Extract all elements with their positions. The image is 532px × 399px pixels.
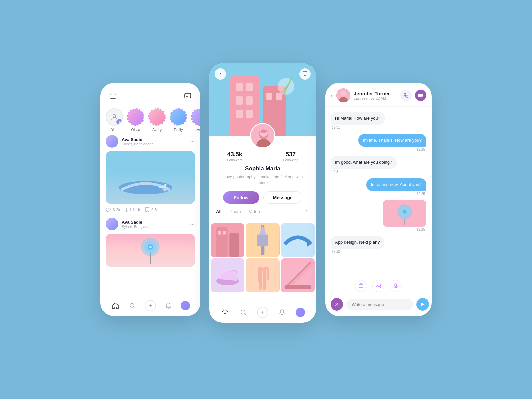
svg-rect-51 [418, 94, 422, 97]
chat-user-name: Jennifer Turner [354, 91, 397, 96]
profile-back-button[interactable]: ‹ [215, 68, 226, 80]
attachment-button[interactable] [355, 280, 367, 292]
grid-photo-5[interactable] [246, 258, 279, 292]
followers-count: 43.5k [227, 151, 242, 158]
profile-nav-home[interactable] [220, 308, 230, 317]
msg-received-3: App design. Next plan? 07:22 [331, 236, 426, 253]
chat-status: Last seen 07:22 AM [354, 96, 397, 100]
profile-nav-search[interactable] [239, 308, 248, 317]
stat-following: 537 Following [283, 151, 298, 162]
msg-received-1: Hi Maria! How are you? 12:31 [331, 112, 426, 129]
following-label: Following [283, 158, 298, 162]
story-you[interactable]: + You [106, 108, 123, 132]
profile-action-buttons: Follow Message [223, 191, 302, 204]
video-call-button[interactable] [415, 90, 426, 101]
like-button[interactable]: 6.2k [106, 208, 120, 212]
story-aur[interactable]: Aur [191, 108, 200, 132]
svg-rect-15 [236, 83, 243, 91]
svg-rect-2 [185, 93, 191, 98]
svg-rect-57 [359, 284, 363, 288]
nav-home[interactable] [111, 301, 120, 310]
svg-rect-60 [395, 284, 397, 287]
post-avatar-2 [106, 218, 118, 230]
post-image-2 [106, 234, 195, 267]
post-location-2: Sylhet, Bangladeah [122, 225, 187, 229]
save-button[interactable]: 3.5k [145, 207, 159, 212]
svg-rect-32 [229, 233, 239, 257]
grid-photo-6[interactable] [281, 258, 315, 292]
msg-bubble-2: Im fine, Thanks! How are you? [358, 134, 426, 147]
post-card-2: Ava Sadie Sylhet, Bangladeah ··· [106, 218, 195, 267]
msg-bubble-4: Im eating now. About you? [366, 178, 427, 191]
profile-nav-bell[interactable] [277, 308, 287, 317]
msg-sent-1: Im fine, Thanks! How are you? 12:25 [331, 134, 426, 151]
profile-tabs: All Photo Video ⋮ [209, 209, 316, 219]
chat-send-button[interactable] [416, 298, 429, 311]
post-more-2[interactable]: ··· [190, 221, 195, 228]
stat-followers: 43.5k Followers [227, 151, 243, 162]
svg-rect-17 [236, 96, 243, 105]
svg-point-47 [241, 310, 245, 314]
svg-rect-34 [223, 231, 226, 235]
grid-photo-4[interactable] [211, 258, 244, 292]
grid-photo-1[interactable] [211, 223, 244, 257]
msg-time-6: 07:22 [331, 250, 341, 253]
svg-point-3 [113, 114, 116, 117]
profile-nav: + [209, 302, 316, 323]
nav-profile[interactable] [181, 301, 190, 310]
msg-image-bubble [383, 200, 426, 227]
tab-video[interactable]: Video [249, 209, 260, 219]
message-button[interactable]: Message [263, 191, 302, 204]
msg-time-1: 12:31 [331, 126, 341, 129]
chat-input-row: ✕ [325, 295, 432, 316]
profile-nav-avatar[interactable] [296, 308, 305, 317]
message-icon[interactable] [182, 90, 194, 102]
svg-rect-39 [281, 223, 315, 257]
svg-point-12 [130, 303, 134, 307]
chat-header: ‹ Jennifer Turner Last seen 07:22 AM [325, 83, 432, 107]
chat-cancel-button[interactable]: ✕ [331, 298, 343, 311]
camera-icon[interactable] [107, 90, 119, 102]
story-emily[interactable]: Emily [170, 108, 187, 132]
tabs-more-icon[interactable]: ⋮ [303, 209, 309, 219]
svg-rect-20 [246, 110, 253, 118]
call-button[interactable] [400, 90, 412, 101]
chat-user-avatar [336, 88, 350, 102]
grid-photo-3[interactable] [281, 223, 315, 257]
msg-time-4: 12:25 [415, 192, 426, 196]
post-more-1[interactable]: ··· [190, 138, 195, 145]
svg-rect-23 [276, 93, 282, 100]
chat-message-input[interactable] [346, 299, 413, 310]
svg-point-55 [403, 210, 407, 214]
follow-button[interactable]: Follow [223, 191, 259, 204]
story-olivia[interactable]: Olivia [127, 108, 144, 132]
profile-nav-add[interactable]: + [257, 307, 268, 318]
profile-avatar [250, 123, 275, 148]
story-label-you: You [111, 128, 118, 132]
msg-bubble-3: Im good, what are you doing? [331, 156, 397, 169]
svg-point-49 [341, 91, 346, 96]
microphone-button[interactable] [390, 280, 402, 292]
image-button[interactable] [372, 280, 384, 292]
tab-photo[interactable]: Photo [230, 209, 241, 219]
profile-bookmark-button[interactable] [299, 68, 311, 80]
chat-user-info: Jennifer Turner Last seen 07:22 AM [354, 91, 397, 100]
post-card-1: Ava Sadie Sylhet, Bangladeah ··· [106, 135, 195, 212]
nav-add[interactable]: + [145, 300, 156, 311]
chat-messages: Hi Maria! How are you? 12:31 Im fine, Th… [325, 107, 432, 277]
svg-rect-42 [246, 258, 279, 292]
nav-bell[interactable] [164, 301, 173, 310]
msg-time-3: 12:31 [331, 170, 341, 174]
svg-point-29 [260, 129, 267, 133]
comment-button[interactable]: 2.1k [126, 208, 140, 212]
grid-photo-2[interactable] [246, 223, 279, 257]
nav-search[interactable] [128, 301, 137, 310]
tab-all[interactable]: All [216, 209, 222, 219]
svg-rect-18 [246, 96, 253, 105]
story-avery[interactable]: Avery [148, 108, 166, 132]
msg-sent-2: Im eating now. About you? 12:25 [331, 178, 426, 196]
msg-sent-image: 12:25 [331, 200, 426, 231]
chat-back-button[interactable]: ‹ [331, 92, 332, 99]
phone-chat: ‹ Jennifer Turner Last seen 07:22 AM [325, 83, 432, 316]
svg-rect-22 [266, 93, 272, 100]
